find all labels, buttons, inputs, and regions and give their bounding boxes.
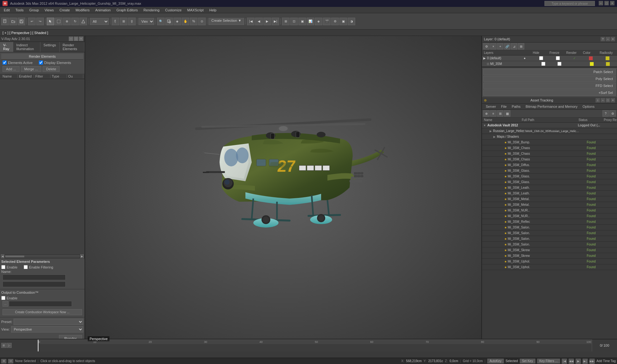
render-settings-btn[interactable]: ⚙	[331, 18, 339, 25]
asset-menu-paths[interactable]: Paths	[509, 104, 523, 109]
field-of-view-btn[interactable]: ◈	[173, 18, 181, 25]
left-panel-minimize[interactable]: −	[69, 37, 73, 41]
render-frame-btn[interactable]: 🎬	[323, 18, 331, 25]
redo-btn[interactable]: ↪	[36, 18, 44, 25]
render-last-btn[interactable]: ▣	[339, 18, 347, 25]
menu-views[interactable]: Views	[42, 8, 56, 13]
asset-row-chass3[interactable]: ■ Mi_3SM_Chass... Found	[482, 157, 617, 162]
element-name-input[interactable]	[3, 274, 66, 280]
move-btn[interactable]: ⊕	[63, 18, 71, 25]
asset-table-body[interactable]: ▼ Autodesk Vault 2012 Logged Out (... ▶ …	[482, 123, 617, 341]
menu-tools[interactable]: Tools	[13, 8, 26, 13]
search-box[interactable]: Type a keyword or phrase	[544, 1, 595, 6]
asset-row-bump[interactable]: ■ Mi_3SM_Bump... Found	[482, 140, 617, 145]
set-key-btn[interactable]: Set Key	[520, 359, 535, 363]
layer-row-default[interactable]: ▶ 0 (default) ● ✓	[482, 55, 617, 61]
menu-modifiers[interactable]: Modifiers	[73, 8, 92, 13]
menu-edit[interactable]: Edit	[1, 8, 12, 13]
asset-panel-maximize[interactable]: □	[606, 98, 610, 102]
table-scroll-right[interactable]: ▶	[80, 254, 84, 258]
tl-icon-2[interactable]: ▷	[7, 343, 12, 348]
layer-default-hide-check[interactable]	[533, 56, 550, 60]
tab-vray[interactable]: V-Ray	[0, 42, 13, 52]
element-path-input[interactable]	[3, 281, 66, 287]
anim-end[interactable]: ▶▶|	[590, 359, 595, 364]
anim-prev-btn[interactable]: ◀	[255, 18, 263, 25]
orbit-btn[interactable]: ⊙	[198, 18, 206, 25]
layer-sort-btn[interactable]: ⊿	[511, 43, 517, 49]
asset-help-btn[interactable]: ?	[602, 110, 609, 117]
table-scrollbar[interactable]	[5, 255, 79, 257]
merge-element-btn[interactable]: Merge ...	[21, 66, 41, 72]
asset-row-glass1[interactable]: ■ Mi_3SM_Glass... Found	[482, 168, 617, 174]
ffd-select-btn[interactable]: FFD Select	[483, 83, 616, 89]
menu-rendering[interactable]: Rendering	[141, 8, 162, 13]
maximize-viewport-btn[interactable]: ⊡	[290, 18, 298, 25]
tl-icon-1[interactable]: ⊞	[1, 343, 6, 348]
asset-row-leath1[interactable]: ■ Mi_3SM_Leath... Found	[482, 185, 617, 191]
asset-row-chass1[interactable]: ■ Mi_3SM_Chass... Found	[482, 145, 617, 151]
asset-menu-bitmap[interactable]: Bitmap Performance and Memory	[523, 104, 580, 109]
asset-settings-btn[interactable]: ⚙	[609, 110, 616, 117]
save-btn[interactable]	[18, 18, 25, 25]
anim-play-btn[interactable]: ▶	[263, 18, 271, 25]
viewport-display-btn[interactable]: ▣	[298, 18, 306, 25]
layer-delete-btn[interactable]: ×	[490, 43, 497, 49]
status-icon-1[interactable]: ⊞	[1, 359, 6, 363]
asset-row-glass2[interactable]: ■ Mi_3SM_Glass... Found	[482, 174, 617, 179]
zoom-region-btn[interactable]	[165, 18, 173, 25]
combustion-path-input[interactable]	[9, 301, 72, 307]
delete-element-btn[interactable]: Delete	[43, 66, 60, 72]
menu-graph-editors[interactable]: Graph Editors	[114, 8, 140, 13]
layer-mi3sm-freeze-check[interactable]	[551, 62, 567, 66]
menu-animation[interactable]: Animation	[93, 8, 113, 13]
combustion-browse-btn[interactable]: ...	[3, 301, 8, 307]
percent-btn[interactable]: %	[190, 18, 197, 25]
param-enable-checkbox[interactable]	[1, 265, 5, 269]
layer-panel-minimize[interactable]: −	[606, 37, 610, 41]
activeshade-btn[interactable]: ◑	[348, 18, 355, 25]
layer-mi3sm-hide-check[interactable]	[535, 62, 551, 66]
anim-play-fwd[interactable]: ▶	[576, 359, 581, 364]
asset-row-uphol2[interactable]: ■ Mi_3SM_Uphol... Found	[482, 264, 617, 270]
tab-indirect-illumination[interactable]: Indirect Illumination	[13, 42, 40, 52]
auto-key-btn[interactable]: AutoKey	[487, 359, 504, 363]
asset-row-vault[interactable]: ▼ Autodesk Vault 2012 Logged Out (...	[482, 123, 617, 128]
asset-row-metal2[interactable]: ■ Mi_3SM_Metal... Found	[482, 202, 617, 208]
array-btn[interactable]: ⊞	[120, 18, 127, 25]
asset-menu-options[interactable]: Options	[580, 104, 597, 109]
asset-menu-server[interactable]: Server	[483, 104, 498, 109]
timeline-body[interactable]	[38, 344, 592, 351]
asset-row-glass3[interactable]: ■ Mi_3SM_Glass... Found	[482, 179, 617, 185]
tab-settings[interactable]: Settings	[40, 42, 60, 52]
undo-btn[interactable]: ↩	[28, 18, 36, 25]
open-btn[interactable]	[9, 18, 17, 25]
asset-row-leath2[interactable]: ■ Mi_3SM_Leath... Found	[482, 191, 617, 196]
layer-add-btn[interactable]: +	[497, 43, 503, 49]
asset-panel-expand[interactable]: ↕	[596, 98, 600, 102]
asset-row-nur1[interactable]: ■ Mi_3SM_NUR... Found	[482, 208, 617, 213]
close-button[interactable]: ×	[610, 1, 614, 5]
asset-row-salon2[interactable]: ■ Mi_3SM_Salon... Found	[482, 230, 617, 236]
table-scroll-left[interactable]: ◀	[1, 254, 4, 258]
anim-next-btn[interactable]: ▶|	[272, 18, 279, 25]
asset-detail-btn[interactable]: ▦	[504, 110, 510, 117]
layer-row-mi3sm[interactable]: □ MI_3SM	[482, 61, 617, 67]
asset-row-skrew1[interactable]: ■ Mi_3SM_Skrew... Found	[482, 247, 617, 253]
rotate-btn[interactable]: ↻	[71, 18, 79, 25]
left-panel-close[interactable]: ×	[79, 37, 83, 41]
layer-default-color[interactable]	[583, 56, 599, 60]
menu-help[interactable]: Help	[207, 8, 219, 13]
anim-key-btn[interactable]: |◀	[247, 18, 255, 25]
asset-server-btn[interactable]: ⊕	[483, 110, 490, 117]
viewport-quality-btn[interactable]: ◈	[315, 18, 322, 25]
asset-row-salon1[interactable]: ■ Mi_3SM_Salon... Found	[482, 225, 617, 230]
layer-settings-btn[interactable]: ⚙	[483, 43, 490, 49]
viewport-stats-btn[interactable]: 📊	[307, 18, 314, 25]
param-filter-checkbox[interactable]	[24, 265, 28, 269]
anim-next-frame[interactable]: ▶|	[583, 359, 588, 364]
viewport-area[interactable]: 27	[85, 36, 481, 345]
create-selection-btn[interactable]: Create Selection ▼	[209, 18, 244, 25]
asset-panel-minimize[interactable]: −	[601, 98, 605, 102]
asset-panel-close[interactable]: ×	[611, 98, 615, 102]
